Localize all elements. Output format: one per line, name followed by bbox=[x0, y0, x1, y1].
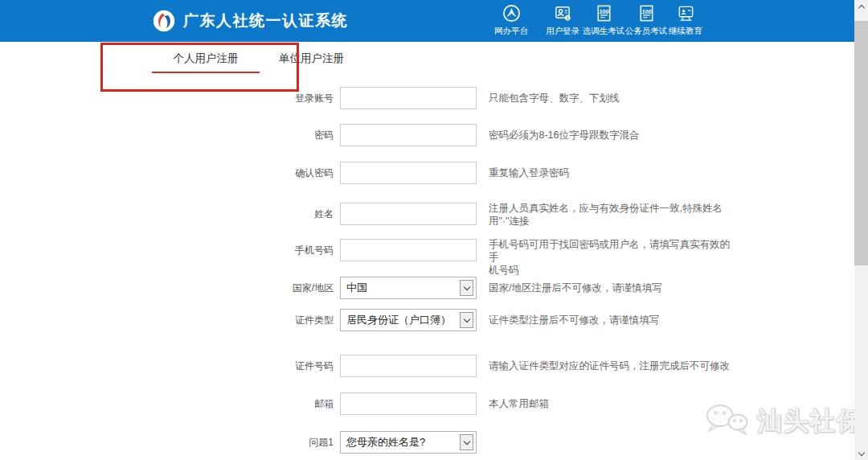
password-label: 密码 bbox=[0, 124, 334, 146]
form-row: 确认密码 重复输入登录密码 bbox=[0, 162, 852, 184]
login-account-hint: 只能包含字母、数字、下划线 bbox=[489, 87, 738, 109]
form-row: 姓名 注册人员真实姓名，应与有效身份证件一致,特殊姓名 用"·"连接 bbox=[0, 203, 852, 225]
login-account-input[interactable] bbox=[340, 87, 477, 109]
chevron-down-icon bbox=[858, 449, 864, 455]
mobile-label: 手机号码 bbox=[0, 239, 334, 261]
form-row: 手机号码 手机号码可用于找回密码或用户名，请填写真实有效的手 机号码 bbox=[0, 239, 852, 261]
page-title: 广东人社统一认证系统 bbox=[183, 0, 348, 42]
form-row: 证件类型 居民身份证（户口簿） 证件类型注册后不可修改，请谨慎填写 bbox=[0, 309, 852, 331]
svg-text:100: 100 bbox=[641, 9, 651, 15]
scrollbar-thumb[interactable] bbox=[854, 21, 868, 265]
nav-item-xuandiao-exam[interactable]: 100 选调生考试 bbox=[581, 4, 626, 39]
tab-personal-register[interactable]: 个人用户注册 bbox=[152, 51, 260, 73]
id-number-label: 证件号码 bbox=[0, 355, 334, 377]
exam-100-icon: 100 bbox=[595, 4, 613, 23]
name-hint: 注册人员真实姓名，应与有效身份证件一致,特殊姓名 用"·"连接 bbox=[489, 202, 738, 228]
scrollbar-down-button[interactable] bbox=[854, 447, 868, 460]
chevron-down-icon bbox=[460, 280, 473, 296]
brand bbox=[153, 10, 175, 32]
name-label: 姓名 bbox=[0, 203, 334, 225]
nav-label: 用户登录 bbox=[546, 26, 579, 37]
form-row: 登录账号 只能包含字母、数字、下划线 bbox=[0, 87, 852, 109]
app-header: 广东人社统一认证系统 网办平台 用户登 bbox=[0, 0, 868, 42]
education-icon bbox=[677, 4, 695, 23]
mobile-input[interactable] bbox=[340, 239, 477, 261]
country-hint: 国家/地区注册后不可修改，请谨慎填写 bbox=[489, 277, 738, 299]
confirm-password-input[interactable] bbox=[340, 162, 477, 184]
email-label: 邮箱 bbox=[0, 392, 334, 415]
security-question-select-value: 您母亲的姓名是? bbox=[346, 432, 425, 453]
mobile-hint: 手机号码可用于找回密码或用户名，请填写真实有效的手 机号码 bbox=[489, 238, 738, 277]
country-select[interactable]: 中国 bbox=[340, 277, 477, 299]
nav-item-continuing-education[interactable]: 继续教育 bbox=[667, 4, 704, 39]
id-type-select-value: 居民身份证（户口簿） bbox=[346, 310, 451, 331]
scrollbar-up-button[interactable] bbox=[854, 0, 868, 13]
chevron-down-icon bbox=[460, 434, 473, 450]
nav-label: 公务员考试 bbox=[625, 26, 668, 37]
form-row: 密码 密码必须为8-16位字母跟数字混合 bbox=[0, 124, 852, 146]
user-login-icon bbox=[554, 4, 572, 23]
nav-item-civil-servant-exam[interactable]: 100 公务员考试 bbox=[624, 4, 669, 39]
svg-text:100: 100 bbox=[599, 9, 608, 15]
nav-label: 网办平台 bbox=[494, 26, 528, 37]
form-row: 国家/地区 中国 国家/地区注册后不可修改，请谨慎填写 bbox=[0, 277, 852, 299]
password-input[interactable] bbox=[340, 124, 477, 146]
nav-label: 继续教育 bbox=[669, 26, 702, 37]
nav-item-portal[interactable]: 网办平台 bbox=[493, 4, 530, 39]
name-input[interactable] bbox=[340, 203, 477, 225]
confirm-password-label: 确认密码 bbox=[0, 162, 334, 184]
id-type-hint: 证件类型注册后不可修改，请谨慎填写 bbox=[489, 309, 738, 331]
page: 广东人社统一认证系统 网办平台 用户登 bbox=[0, 0, 868, 460]
confirm-password-hint: 重复输入登录密码 bbox=[489, 162, 738, 184]
nav-item-user-login[interactable]: 用户登录 bbox=[544, 4, 581, 39]
nav-label: 选调生考试 bbox=[583, 26, 625, 37]
country-label: 国家/地区 bbox=[0, 277, 334, 299]
wechat-icon bbox=[702, 400, 752, 443]
email-hint: 本人常用邮箱 bbox=[489, 392, 738, 415]
country-select-value: 中国 bbox=[346, 277, 367, 298]
scrollbar[interactable] bbox=[854, 0, 868, 460]
email-input[interactable] bbox=[340, 392, 477, 415]
password-hint: 密码必须为8-16位字母跟数字混合 bbox=[489, 124, 738, 146]
exam-100-icon: 100 bbox=[637, 4, 656, 23]
login-account-label: 登录账号 bbox=[0, 87, 334, 109]
id-number-input[interactable] bbox=[340, 355, 477, 377]
id-number-hint: 请输入证件类型对应的证件号码，注册完成后不可修改 bbox=[489, 355, 738, 377]
security-question-select[interactable]: 您母亲的姓名是? bbox=[340, 431, 477, 454]
watermark-text: 汕头社保 bbox=[757, 405, 863, 438]
tab-company-register[interactable]: 单位用户注册 bbox=[279, 51, 342, 73]
chevron-down-icon bbox=[460, 312, 473, 328]
watermark: 汕头社保 bbox=[702, 400, 863, 443]
form-row: 证件号码 请输入证件类型对应的证件号码，注册完成后不可修改 bbox=[0, 355, 852, 377]
id-type-select[interactable]: 居民身份证（户口簿） bbox=[340, 309, 477, 331]
portal-icon bbox=[502, 4, 521, 23]
app-logo-icon bbox=[153, 10, 175, 32]
chevron-up-icon bbox=[858, 4, 864, 10]
id-type-label: 证件类型 bbox=[0, 309, 334, 331]
question1-label: 问题1 bbox=[0, 431, 334, 454]
